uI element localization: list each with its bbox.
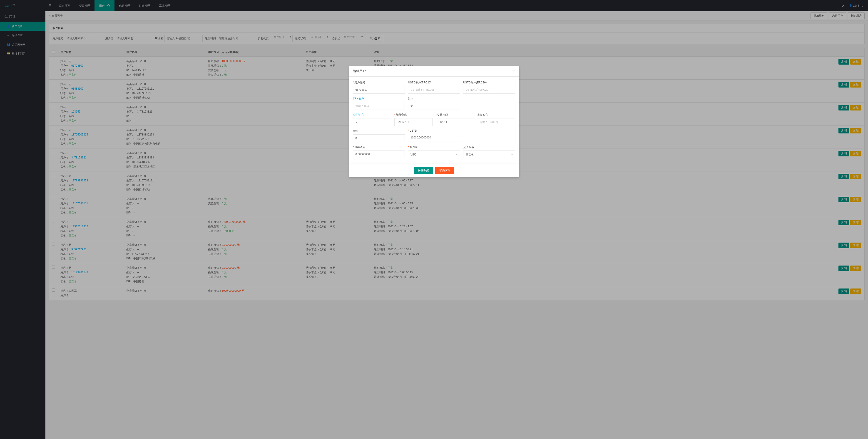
modal-overlay[interactable]: 编辑用户 ✕ *用户账号 USTD账户(TRC20) USTD账户(ERC20)…: [0, 0, 868, 11]
